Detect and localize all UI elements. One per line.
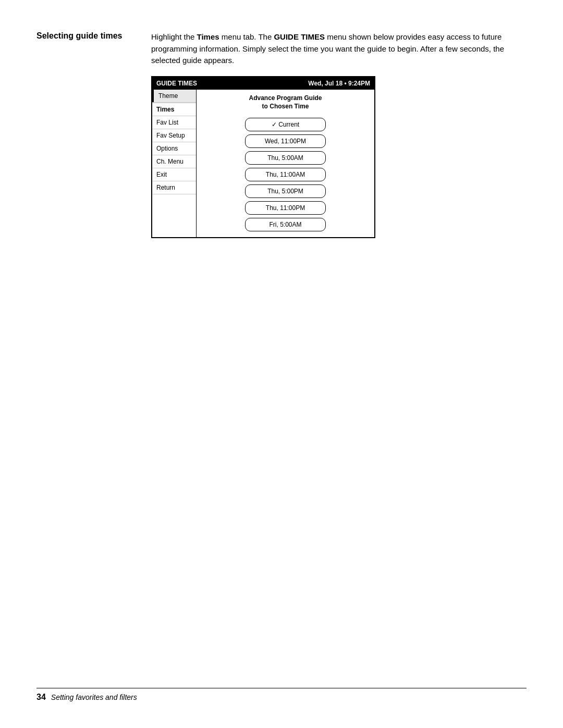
guide-content: Advance Program Guide to Chosen Time ✓ C… [197,90,374,238]
section-body: Highlight the Times menu tab. The GUIDE … [151,31,527,238]
guide-times-ui: GUIDE TIMES Wed, Jul 18 • 9:24PM Theme T… [151,76,375,239]
content-title: Advance Program Guide to Chosen Time [249,94,322,112]
menu-item-return[interactable]: Return [152,181,196,194]
page-footer: 34 Setting favorites and filters [36,688,527,702]
menu-label-options: Options [156,145,178,152]
time-button-fri-5am[interactable]: Fri, 5:00AM [245,218,326,231]
menu-item-chmenu[interactable]: Ch. Menu [152,155,196,168]
time-button-wed-11pm[interactable]: Wed, 11:00PM [245,134,326,148]
time-button-thu-5am[interactable]: Thu, 5:00AM [245,151,326,165]
time-button-thu-5pm[interactable]: Thu, 5:00PM [245,184,326,198]
content-title-line1: Advance Program Guide [249,94,322,102]
page-number: 34 [36,693,46,702]
guide-menu: Theme Times Fav List Fav Setup [152,90,197,238]
menu-label-return: Return [156,184,175,191]
body-paragraph: Highlight the Times menu tab. The GUIDE … [151,31,527,67]
section-title-text: Selecting guide times [36,31,122,40]
guide-title: GUIDE TIMES [156,79,197,88]
footer-text: Setting favorites and filters [51,693,137,701]
content-title-line2: to Chosen Time [262,103,309,110]
time-button-thu-11pm[interactable]: Thu, 11:00PM [245,201,326,215]
times-bold: Times [197,32,219,41]
guide-body: Theme Times Fav List Fav Setup [152,90,374,238]
time-button-thu-11am[interactable]: Thu, 11:00AM [245,168,326,181]
menu-label-favsetup: Fav Setup [156,132,185,139]
menu-item-exit[interactable]: Exit [152,168,196,181]
menu-label-exit: Exit [156,171,167,178]
menu-label-chmenu: Ch. Menu [156,158,183,165]
menu-label-theme: Theme [158,92,178,100]
menu-label-favlist: Fav List [156,119,178,126]
menu-item-times[interactable]: Times [152,103,196,116]
menu-item-favlist[interactable]: Fav List [152,116,196,129]
menu-item-options[interactable]: Options [152,142,196,155]
guide-datetime: Wed, Jul 18 • 9:24PM [308,79,370,88]
menu-item-theme[interactable]: Theme [152,90,196,103]
guide-header: GUIDE TIMES Wed, Jul 18 • 9:24PM [152,77,374,90]
content-section: Selecting guide times Highlight the Time… [36,31,527,238]
section-title: Selecting guide times [36,31,151,41]
time-button-current[interactable]: ✓ Current [245,118,326,131]
page-container: Selecting guide times Highlight the Time… [0,0,563,285]
menu-label-times: Times [156,106,174,113]
menu-item-favsetup[interactable]: Fav Setup [152,129,196,142]
guide-times-bold: GUIDE TIMES [274,32,325,41]
